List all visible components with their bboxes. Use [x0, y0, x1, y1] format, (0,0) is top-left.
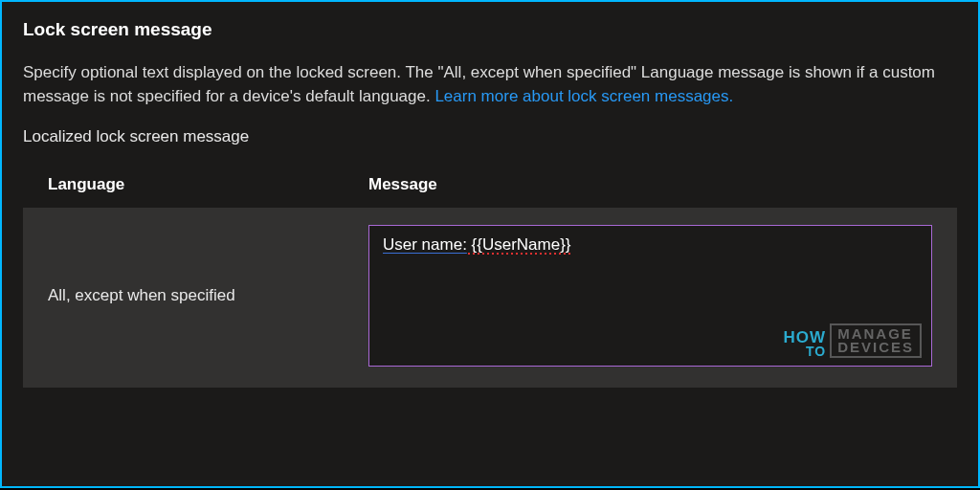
col-header-language: Language: [48, 175, 368, 194]
table-row: All, except when specified User name: {{…: [23, 208, 957, 388]
message-cell: User name: {{UserName}} HOW TO MANAGE DE…: [368, 225, 932, 367]
section-title: Lock screen message: [23, 19, 957, 40]
message-text: User name: {{UserName}}: [383, 235, 571, 255]
learn-more-link[interactable]: Learn more about lock screen messages.: [434, 87, 733, 105]
language-cell: All, except when specified: [48, 286, 368, 305]
watermark-devices: DEVICES: [837, 341, 914, 354]
watermark-managedevices: MANAGE DEVICES: [830, 323, 922, 359]
settings-panel: Lock screen message Specify optional tex…: [0, 0, 980, 488]
message-prefix: User name:: [383, 235, 467, 254]
watermark: HOW TO MANAGE DEVICES: [784, 323, 922, 359]
watermark-to: TO: [784, 345, 827, 358]
message-table: Language Message All, except when specif…: [23, 166, 957, 388]
table-header-row: Language Message: [23, 166, 957, 208]
watermark-howto: HOW TO: [784, 330, 827, 358]
section-description: Specify optional text displayed on the l…: [23, 61, 957, 108]
message-token: {{UserName}}: [467, 235, 571, 254]
subsection-heading: Localized lock screen message: [23, 127, 957, 146]
col-header-message: Message: [368, 175, 957, 194]
message-input[interactable]: User name: {{UserName}} HOW TO MANAGE DE…: [368, 225, 932, 367]
